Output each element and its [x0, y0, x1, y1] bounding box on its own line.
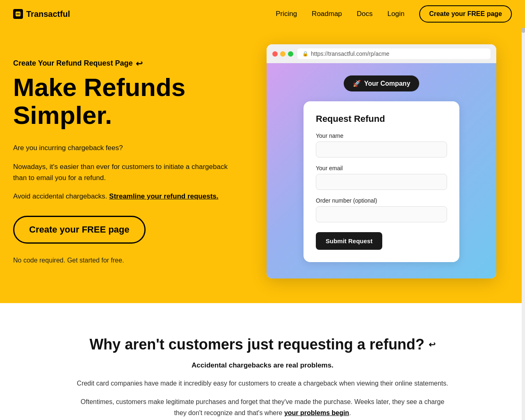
browser-url-bar[interactable]: 🔒 https://transactful.com/rp/acme	[297, 48, 491, 59]
hero-subtitle: Create Your Refund Request Page ↩	[13, 59, 235, 68]
logo-text: Transactful	[26, 9, 70, 19]
dot-green	[288, 51, 293, 57]
email-input[interactable]	[316, 174, 447, 190]
logo[interactable]: Transactful	[13, 9, 70, 19]
dot-red	[272, 51, 278, 57]
browser-dots	[272, 51, 293, 57]
streamline-link[interactable]: Streamline your refund requests.	[109, 192, 218, 200]
name-label: Your name	[316, 132, 447, 139]
nav-docs[interactable]: Docs	[357, 10, 373, 18]
problems-link[interactable]: your problems begin	[284, 409, 349, 416]
hero-left: Create Your Refund Request Page ↩ Make R…	[13, 59, 235, 264]
hero-section: Create Your Refund Request Page ↩ Make R…	[0, 28, 525, 303]
submit-request-button[interactable]: Submit Request	[316, 232, 382, 250]
hero-no-code: No code required. Get started for free.	[13, 257, 235, 264]
nav-roadmap[interactable]: Roadmap	[312, 10, 342, 18]
company-name: Your Company	[364, 80, 411, 87]
refund-form-card: Request Refund Your name Your email Orde…	[304, 101, 459, 262]
email-label: Your email	[316, 165, 447, 171]
hero-cta-button[interactable]: Create your FREE page	[13, 216, 146, 244]
scrollbar-track[interactable]	[522, 0, 525, 420]
url-text: https://transactful.com/rp/acme	[311, 50, 389, 57]
wave-icon: ↩	[136, 59, 143, 68]
nav-links: Pricing Roadmap Docs Login Create your F…	[276, 5, 512, 23]
nav-cta-button[interactable]: Create your FREE page	[419, 5, 512, 23]
section2-title: Why aren't customers just requesting a r…	[33, 336, 492, 353]
company-icon: 🚀	[353, 80, 361, 87]
section2-subtitle: Accidental chargebacks are real problems…	[33, 361, 492, 370]
section2: Why aren't customers just requesting a r…	[0, 303, 525, 420]
name-input[interactable]	[316, 142, 447, 158]
logo-icon	[13, 9, 23, 19]
section2-body2: Oftentimes, customers make legitimate pu…	[74, 396, 451, 418]
order-field-group: Order number (optional)	[316, 197, 447, 222]
hero-desc3: Avoid accidental chargebacks. Streamline…	[13, 191, 235, 202]
hero-right: 🔒 https://transactful.com/rp/acme 🚀 Your…	[251, 44, 512, 278]
browser-content: 🚀 Your Company Request Refund Your name …	[267, 63, 496, 278]
section2-wave-icon: ↩	[429, 340, 436, 349]
email-field-group: Your email	[316, 165, 447, 190]
dot-yellow	[280, 51, 285, 57]
section2-body1: Credit card companies have made it incre…	[74, 378, 451, 389]
lock-icon: 🔒	[302, 51, 308, 57]
hero-desc1: Are you incurring chargeback fees?	[13, 142, 235, 153]
order-label: Order number (optional)	[316, 197, 447, 204]
navbar: Transactful Pricing Roadmap Docs Login C…	[0, 0, 525, 28]
company-badge: 🚀 Your Company	[344, 75, 420, 91]
nav-pricing[interactable]: Pricing	[276, 10, 297, 18]
browser-bar: 🔒 https://transactful.com/rp/acme	[267, 44, 496, 63]
refund-form-title: Request Refund	[316, 114, 447, 124]
name-field-group: Your name	[316, 132, 447, 158]
svg-rect-1	[16, 14, 20, 14]
hero-desc2: Nowadays, it's easier than ever for cust…	[13, 161, 235, 183]
browser-mockup: 🔒 https://transactful.com/rp/acme 🚀 Your…	[267, 44, 496, 278]
hero-title: Make Refunds Simpler.	[13, 73, 235, 129]
nav-login[interactable]: Login	[388, 10, 405, 18]
order-input[interactable]	[316, 206, 447, 222]
